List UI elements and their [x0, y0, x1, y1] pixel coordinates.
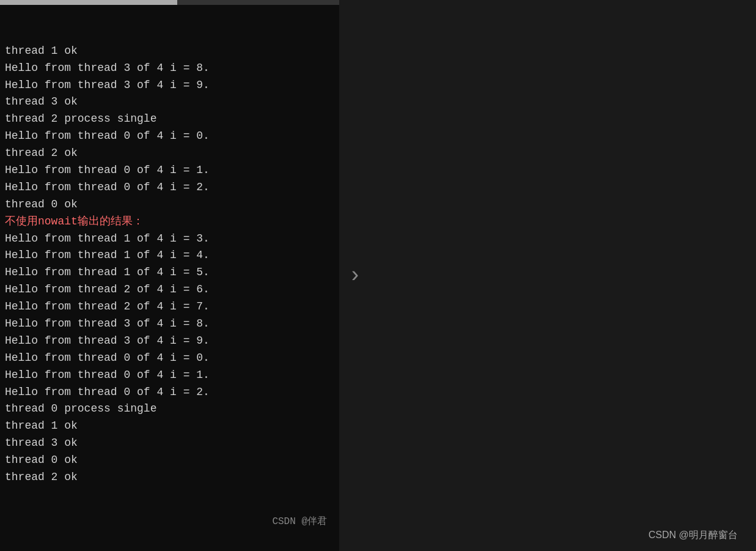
right-panel — [339, 0, 756, 551]
terminal-line: Hello from thread 1 of 4 i = 3. — [5, 231, 334, 248]
terminal-line: Hello from thread 0 of 4 i = 2. — [5, 384, 334, 401]
terminal-line: Hello from thread 3 of 4 i = 8. — [5, 316, 334, 333]
terminal-line: thread 3 ok — [5, 94, 334, 111]
chevron-right-icon[interactable]: › — [348, 263, 362, 288]
terminal-line: 不使用nowait输出的结果： — [5, 213, 334, 231]
progress-bar-area — [0, 0, 339, 5]
terminal-line: thread 2 ok — [5, 469, 334, 486]
terminal-line: thread 3 ok — [5, 435, 334, 452]
terminal-line: thread 0 ok — [5, 452, 334, 469]
terminal-line: Hello from thread 0 of 4 i = 1. — [5, 367, 334, 384]
terminal-line: Hello from thread 3 of 4 i = 8. — [5, 60, 334, 77]
terminal-line: thread 0 ok — [5, 196, 334, 213]
bottom-watermark: CSDN @明月醉窗台 — [648, 529, 738, 542]
terminal-line: Hello from thread 2 of 4 i = 6. — [5, 281, 334, 298]
terminal-line: Hello from thread 1 of 4 i = 4. — [5, 247, 334, 264]
terminal-line: Hello from thread 0 of 4 i = 1. — [5, 162, 334, 179]
terminal-line: Hello from thread 0 of 4 i = 0. — [5, 350, 334, 367]
terminal-content: thread 1 okHello from thread 3 of 4 i = … — [0, 7, 339, 487]
watermark-csdn: CSDN @伴君 — [272, 515, 327, 528]
terminal-line: thread 1 ok — [5, 418, 334, 435]
terminal-line: Hello from thread 0 of 4 i = 0. — [5, 128, 334, 145]
terminal-line: thread 1 ok — [5, 43, 334, 60]
terminal-line: Hello from thread 3 of 4 i = 9. — [5, 77, 334, 94]
terminal-line: thread 0 process single — [5, 401, 334, 418]
terminal-line: Hello from thread 0 of 4 i = 2. — [5, 179, 334, 196]
progress-bar-fill — [0, 0, 177, 5]
terminal-line: Hello from thread 3 of 4 i = 9. — [5, 333, 334, 350]
terminal-window: thread 1 okHello from thread 3 of 4 i = … — [0, 0, 339, 551]
terminal-line: thread 2 process single — [5, 111, 334, 128]
terminal-line: Hello from thread 1 of 4 i = 5. — [5, 264, 334, 281]
terminal-line: Hello from thread 2 of 4 i = 7. — [5, 298, 334, 316]
terminal-line: thread 2 ok — [5, 145, 334, 162]
